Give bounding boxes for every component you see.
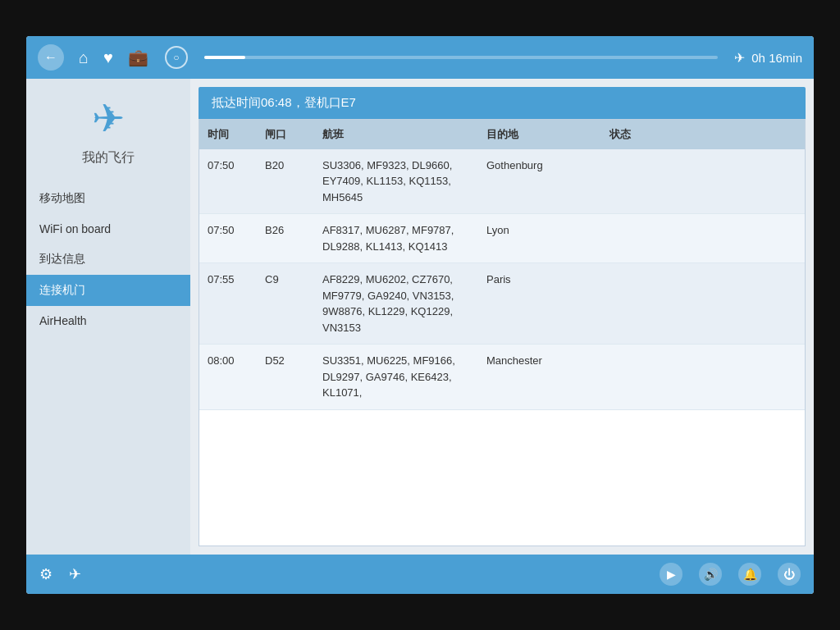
home-icon[interactable]: ⌂ bbox=[79, 48, 89, 67]
play-button[interactable]: ▶ bbox=[660, 563, 682, 586]
volume-button[interactable]: 🔊 bbox=[699, 563, 722, 586]
cell-time-2: 07:55 bbox=[208, 272, 265, 288]
cell-gate-2: C9 bbox=[265, 272, 322, 288]
cell-gate-0: B20 bbox=[265, 158, 322, 174]
table-row: 07:50 B20 SU3306, MF9323, DL9660, EY7409… bbox=[199, 149, 805, 215]
table-row: 07:55 C9 AF8229, MU6202, CZ7670, MF9779,… bbox=[199, 263, 805, 345]
sidebar-plane-icon: ✈ bbox=[92, 95, 125, 141]
settings-icon[interactable]: ⚙ bbox=[39, 565, 52, 583]
cell-time-0: 07:50 bbox=[208, 158, 265, 174]
cell-gate-1: B26 bbox=[265, 222, 322, 239]
table-row: 07:50 B26 AF8317, MU6287, MF9787, DL9288… bbox=[199, 214, 805, 263]
briefcase-icon[interactable]: 💼 bbox=[128, 48, 148, 67]
top-bar-center: ○ bbox=[148, 46, 734, 69]
sidebar-menu: 移动地图 WiFi on board 到达信息 连接机门 AirHealth bbox=[26, 183, 190, 336]
heart-icon[interactable]: ♥ bbox=[103, 48, 113, 67]
cell-dest-3: Manchester bbox=[486, 353, 609, 369]
bottom-bar-right: ▶ 🔊 🔔 ⏻ bbox=[660, 563, 801, 586]
cell-flights-3: SU3351, MU6225, MF9166, DL9297, GA9746, … bbox=[322, 353, 486, 401]
notification-button[interactable]: 🔔 bbox=[738, 563, 761, 586]
sidebar-item-airhealth[interactable]: AirHealth bbox=[26, 306, 190, 336]
globe-icon[interactable]: ○ bbox=[165, 46, 188, 69]
sidebar-item-connect-gate[interactable]: 连接机门 bbox=[26, 275, 190, 306]
progress-bar bbox=[204, 56, 718, 59]
power-button[interactable]: ⏻ bbox=[778, 563, 801, 586]
sidebar-title: 我的飞行 bbox=[82, 149, 135, 167]
back-button[interactable]: ← bbox=[38, 44, 64, 71]
content-area: 抵达时间06:48，登机口E7 时间 闸口 航班 目的地 状态 07:50 B2… bbox=[190, 79, 814, 555]
screen: ← ⌂ ♥ 💼 ○ ✈ 0h 16min ✈ 我的飞行 移动地图 WiFi on… bbox=[26, 36, 814, 594]
col-header-time: 时间 bbox=[208, 126, 265, 143]
cell-dest-2: Paris bbox=[486, 272, 609, 288]
content-header: 抵达时间06:48，登机口E7 bbox=[199, 87, 806, 119]
top-bar-right: ✈ 0h 16min bbox=[734, 50, 802, 66]
cell-time-3: 08:00 bbox=[208, 353, 265, 369]
main-content: ✈ 我的飞行 移动地图 WiFi on board 到达信息 连接机门 AirH… bbox=[26, 79, 814, 555]
top-bar-nav-icons: ← ⌂ ♥ 💼 bbox=[38, 44, 148, 71]
progress-fill bbox=[204, 56, 245, 59]
sidebar-item-wifi[interactable]: WiFi on board bbox=[26, 214, 190, 244]
flight-mode-icon[interactable]: ✈ bbox=[69, 565, 81, 583]
cell-time-1: 07:50 bbox=[208, 222, 265, 239]
col-header-flights: 航班 bbox=[322, 126, 486, 143]
sidebar-item-arrival[interactable]: 到达信息 bbox=[26, 244, 190, 275]
cell-flights-1: AF8317, MU6287, MF9787, DL9288, KL1413, … bbox=[322, 222, 486, 254]
cell-flights-2: AF8229, MU6202, CZ7670, MF9779, GA9240, … bbox=[322, 272, 486, 336]
flight-time: 0h 16min bbox=[751, 51, 802, 65]
bottom-bar: ⚙ ✈ ▶ 🔊 🔔 ⏻ bbox=[26, 555, 814, 594]
col-header-gate: 闸口 bbox=[265, 126, 322, 143]
top-bar: ← ⌂ ♥ 💼 ○ ✈ 0h 16min bbox=[26, 36, 814, 79]
sidebar-item-mobile-map[interactable]: 移动地图 bbox=[26, 183, 190, 214]
col-header-status: 状态 bbox=[609, 126, 692, 143]
cell-dest-1: Lyon bbox=[486, 222, 609, 239]
table-row: 08:00 D52 SU3351, MU6225, MF9166, DL9297… bbox=[199, 345, 805, 410]
flights-table[interactable]: 时间 闸口 航班 目的地 状态 07:50 B20 SU3306, MF9323… bbox=[199, 119, 806, 546]
cell-dest-0: Gothenburg bbox=[486, 158, 609, 174]
bottom-bar-left: ⚙ ✈ bbox=[39, 565, 81, 583]
cell-gate-3: D52 bbox=[265, 353, 322, 369]
col-header-destination: 目的地 bbox=[486, 126, 609, 143]
flight-plane-icon: ✈ bbox=[734, 50, 745, 66]
cell-flights-0: SU3306, MF9323, DL9660, EY7409, KL1153, … bbox=[322, 158, 486, 206]
sidebar: ✈ 我的飞行 移动地图 WiFi on board 到达信息 连接机门 AirH… bbox=[26, 79, 190, 555]
table-header-row: 时间 闸口 航班 目的地 状态 bbox=[199, 120, 805, 149]
